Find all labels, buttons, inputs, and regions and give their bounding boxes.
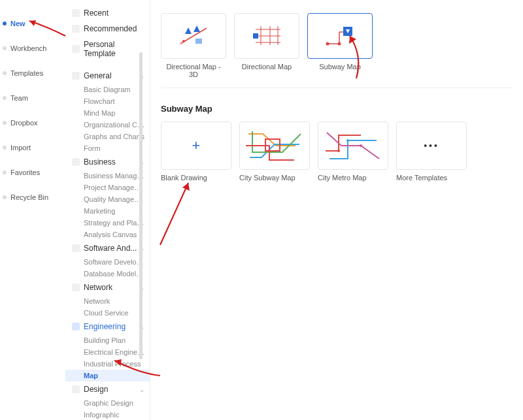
- tpl-thumb[interactable]: •••: [396, 121, 467, 170]
- tile-label: Directional Map: [234, 63, 299, 71]
- sub-graphs-charts[interactable]: Graphs and Charts: [65, 131, 150, 142]
- svg-point-19: [337, 150, 340, 152]
- nav-label: Team: [10, 94, 28, 102]
- tile-label: Directional Map - 3D: [161, 63, 226, 78]
- category-tiles: Directional Map - 3D Directional Map: [161, 13, 513, 78]
- sub-graphic-design[interactable]: Graphic Design: [65, 397, 150, 409]
- cat-label: Design: [84, 385, 108, 394]
- software-icon: [72, 244, 80, 252]
- sub-strategy[interactable]: Strategy and Planning: [65, 217, 150, 229]
- dot-icon: [3, 195, 7, 199]
- cat-label: Software And...: [84, 244, 137, 253]
- sub-network[interactable]: Network: [65, 295, 150, 307]
- nav-favorites[interactable]: Favorites: [0, 165, 65, 180]
- svg-point-21: [360, 144, 362, 147]
- tpl-city-subway[interactable]: City Subway Map: [239, 121, 310, 182]
- tpl-label: City Subway Map: [239, 174, 310, 182]
- tpl-label: City Metro Map: [318, 174, 388, 182]
- nav-workbench[interactable]: Workbench: [0, 40, 65, 56]
- tpl-blank-drawing[interactable]: + Blank Drawing: [161, 121, 231, 182]
- left-navigation: New Workbench Templates Team Dropbox Imp…: [0, 0, 65, 420]
- sub-biz-mgmt[interactable]: Business Management: [65, 170, 150, 182]
- tpl-more-templates[interactable]: ••• More Templates: [396, 121, 467, 182]
- nav-label: Favorites: [10, 169, 40, 176]
- design-icon: [72, 385, 80, 393]
- tile-thumb[interactable]: [307, 13, 373, 59]
- sub-industrial[interactable]: Industrial Process: [65, 358, 150, 370]
- cat-personal-template[interactable]: Personal Template: [65, 37, 150, 61]
- sub-cloud[interactable]: Cloud Service: [65, 307, 150, 319]
- sub-form[interactable]: Form: [65, 142, 150, 154]
- tile-subway-map[interactable]: Subway Map: [307, 13, 373, 78]
- nav-recycle-bin[interactable]: Recycle Bin: [0, 189, 65, 205]
- divider: [161, 88, 513, 88]
- sub-basic-diagram[interactable]: Basic Diagram: [65, 84, 150, 95]
- nav-label: Workbench: [10, 44, 46, 52]
- metro-preview-icon: [322, 126, 384, 165]
- cat-label: Personal Template: [84, 40, 144, 58]
- tile-thumb[interactable]: [161, 13, 226, 59]
- tpl-label: Blank Drawing: [161, 174, 231, 182]
- nav-team[interactable]: Team: [0, 90, 65, 106]
- directional-map-3d-icon: [177, 24, 210, 48]
- sub-analysis[interactable]: Analysis Canvas: [65, 229, 150, 240]
- cat-business[interactable]: Business ⌄: [65, 154, 150, 170]
- cat-general[interactable]: General ⌄: [65, 68, 150, 84]
- tpl-label: More Templates: [396, 174, 467, 182]
- nav-new[interactable]: New: [0, 16, 65, 31]
- sub-map[interactable]: Map: [65, 370, 150, 381]
- sub-proj-mgmt[interactable]: Project Management: [65, 182, 150, 193]
- nav-label: Templates: [10, 69, 43, 77]
- svg-point-16: [338, 42, 341, 46]
- user-template-icon: [72, 45, 80, 53]
- cat-engineering[interactable]: Engineering ⌄: [65, 319, 150, 334]
- cat-recent[interactable]: Recent: [65, 5, 150, 21]
- nav-label: Recycle Bin: [10, 193, 48, 201]
- sub-org-chart[interactable]: Organizational Chart: [65, 119, 150, 131]
- nav-templates[interactable]: Templates: [0, 65, 65, 81]
- sub-building-plan[interactable]: Building Plan: [65, 334, 150, 346]
- nav-label: Import: [10, 144, 31, 152]
- scrollbar[interactable]: [139, 52, 143, 359]
- nav-label: New: [10, 20, 25, 27]
- svg-rect-3: [195, 39, 202, 44]
- cat-software[interactable]: Software And... ⌄: [65, 240, 150, 256]
- sub-infographic[interactable]: Infographic: [65, 409, 150, 420]
- sub-qual-mgmt[interactable]: Quality Management: [65, 193, 150, 205]
- dot-icon: [3, 22, 7, 25]
- general-icon: [72, 72, 80, 80]
- dot-icon: [3, 46, 7, 50]
- sub-flowchart[interactable]: Flowchart: [65, 95, 150, 107]
- tile-label: Subway Map: [307, 63, 373, 71]
- svg-rect-11: [253, 33, 258, 39]
- sub-sw-dev[interactable]: Software Development: [65, 256, 150, 268]
- tile-directional-3d[interactable]: Directional Map - 3D: [161, 13, 226, 78]
- cat-label: Recommended: [84, 24, 137, 33]
- svg-point-20: [346, 139, 349, 142]
- sub-mind-map[interactable]: Mind Map: [65, 107, 150, 119]
- nav-label: Dropbox: [10, 119, 38, 127]
- star-icon: [72, 25, 80, 33]
- cat-recommended[interactable]: Recommended: [65, 21, 150, 37]
- section-title: Subway Map: [161, 104, 513, 114]
- nav-dropbox[interactable]: Dropbox: [0, 115, 65, 131]
- cat-design[interactable]: Design ⌄: [65, 381, 150, 397]
- sub-marketing[interactable]: Marketing: [65, 205, 150, 217]
- tpl-thumb[interactable]: [318, 121, 388, 170]
- clock-icon: [72, 9, 80, 17]
- subway-preview-icon: [243, 126, 306, 165]
- dot-icon: [3, 170, 7, 174]
- sub-electrical[interactable]: Electrical Engineering: [65, 346, 150, 358]
- tpl-city-metro[interactable]: City Metro Map: [318, 121, 388, 182]
- svg-marker-1: [185, 27, 192, 34]
- subway-map-icon: [324, 24, 356, 48]
- cat-network[interactable]: Network ⌄: [65, 280, 150, 295]
- tile-thumb[interactable]: [234, 13, 299, 59]
- tpl-thumb[interactable]: +: [161, 121, 231, 170]
- tile-directional-map[interactable]: Directional Map: [234, 13, 299, 78]
- svg-point-15: [326, 42, 329, 46]
- tpl-thumb[interactable]: [239, 121, 310, 170]
- nav-import[interactable]: Import: [0, 140, 65, 155]
- cat-label: Network: [84, 283, 112, 292]
- sub-db-model[interactable]: Database Modeling: [65, 268, 150, 280]
